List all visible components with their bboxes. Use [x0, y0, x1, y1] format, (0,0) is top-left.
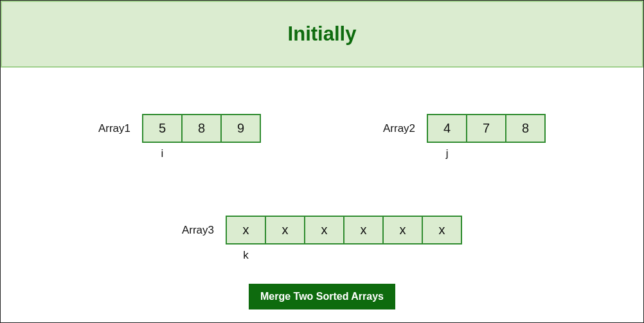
array3-pointer-slot: [265, 248, 305, 263]
array2-cell: 7: [466, 114, 506, 143]
array3-cell: x: [265, 216, 305, 245]
array3-group: Array3 xxxxxx k: [182, 216, 462, 245]
array2-cell: 4: [427, 114, 467, 143]
array3-cells: xxxxxx: [226, 216, 462, 245]
array2-group: Array2 478 j: [383, 114, 546, 143]
diagram-canvas: Initially Array1 589 i Array2 478 j Arra…: [0, 0, 644, 323]
array2-pointer-slot: [505, 146, 546, 162]
array1-cell: 5: [142, 114, 183, 143]
mid-row: Array3 xxxxxx k: [1, 216, 643, 245]
array3-cell: x: [343, 216, 384, 245]
array2-pointer-slot: [466, 146, 506, 162]
array1-group: Array1 589 i: [98, 114, 261, 143]
array2-cells: 478: [427, 114, 546, 143]
top-row: Array1 589 i Array2 478 j: [1, 114, 643, 143]
array1-pointer-label: i: [142, 146, 183, 162]
array2-pointer-row: j: [427, 146, 546, 162]
array3-pointer-slot: [382, 248, 423, 263]
array1-cell: 9: [220, 114, 261, 143]
array3-pointer-slot: [422, 248, 462, 263]
array3-label: Array3: [182, 224, 214, 237]
button-row: Merge Two Sorted Arrays: [1, 284, 643, 309]
array3-pointer-label: k: [226, 248, 266, 263]
array3-pointer-slot: [343, 248, 384, 263]
array3-cell: x: [382, 216, 423, 245]
array1-pointer-slot: [220, 146, 261, 162]
array1-pointer-row: i: [142, 146, 261, 162]
array3-cell: x: [304, 216, 344, 245]
array3-pointer-row: k: [226, 248, 462, 263]
array1-cell: 8: [181, 114, 222, 143]
merge-button[interactable]: Merge Two Sorted Arrays: [249, 284, 395, 309]
array2-pointer-label: j: [427, 146, 467, 162]
array3-cell: x: [226, 216, 266, 245]
array1-cells: 589: [142, 114, 261, 143]
array1-pointer-slot: [181, 146, 222, 162]
array2-cell: 8: [505, 114, 546, 143]
array3-cell: x: [422, 216, 462, 245]
header-banner: Initially: [1, 1, 643, 68]
array3-pointer-slot: [304, 248, 344, 263]
array2-label: Array2: [383, 122, 415, 135]
array1-label: Array1: [98, 122, 130, 135]
page-title: Initially: [288, 23, 357, 46]
